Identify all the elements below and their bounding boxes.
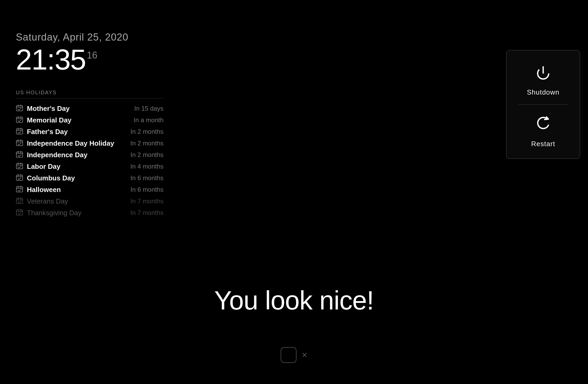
svg-rect-16 — [16, 152, 23, 157]
calendar-icon — [16, 174, 23, 182]
svg-rect-0 — [16, 106, 23, 111]
svg-rect-20 — [16, 164, 23, 169]
svg-rect-24 — [16, 175, 23, 180]
holiday-name: Veterans Day — [27, 197, 68, 205]
time-label: 21:35 — [16, 45, 86, 74]
svg-rect-36 — [16, 210, 23, 215]
holiday-row: Independence DayIn 2 months — [16, 149, 163, 161]
date-label: Saturday, April 25, 2020 — [16, 32, 128, 43]
bottom-square-icon — [281, 347, 296, 363]
holiday-row: HalloweenIn 6 months — [16, 184, 163, 195]
holiday-time: In 6 months — [121, 186, 163, 193]
seconds-label: 16 — [87, 50, 97, 61]
datetime-section: Saturday, April 25, 2020 21:35 16 — [16, 32, 128, 74]
holiday-time: In 2 months — [121, 151, 163, 159]
holiday-time: In 7 months — [121, 198, 163, 205]
holiday-time: In a month — [121, 116, 163, 124]
holiday-name: Thanksgiving Day — [27, 209, 81, 217]
holiday-name: Columbus Day — [27, 174, 75, 182]
holiday-row: Labor DayIn 4 months — [16, 161, 163, 172]
holiday-name: Mother's Day — [27, 105, 70, 113]
holiday-time: In 4 months — [121, 163, 163, 170]
svg-rect-12 — [16, 140, 23, 146]
calendar-icon — [16, 127, 23, 136]
calendar-icon — [16, 162, 23, 171]
holiday-row: Independence Day HolidayIn 2 months — [16, 137, 163, 149]
holiday-time: In 2 months — [121, 140, 163, 147]
holiday-name: Labor Day — [27, 163, 60, 171]
calendar-icon — [16, 185, 23, 194]
restart-label: Restart — [531, 140, 555, 148]
holiday-time: In 2 months — [121, 128, 163, 135]
holiday-row: Mother's DayIn 15 days — [16, 103, 163, 114]
holiday-time: In 15 days — [121, 105, 163, 112]
holiday-row: Father's DayIn 2 months — [16, 126, 163, 137]
holiday-name: Memorial Day — [27, 116, 71, 124]
holiday-name: Independence Day Holiday — [27, 139, 114, 147]
calendar-icon — [16, 151, 23, 159]
restart-button[interactable]: Restart — [512, 105, 575, 148]
svg-rect-8 — [16, 129, 23, 134]
svg-rect-4 — [16, 117, 23, 122]
bottom-icons: × — [281, 347, 307, 363]
calendar-icon — [16, 116, 23, 124]
shutdown-label: Shutdown — [527, 88, 560, 96]
svg-rect-28 — [16, 187, 23, 192]
calendar-icon — [16, 209, 23, 217]
holiday-row: Columbus DayIn 6 months — [16, 172, 163, 184]
calendar-icon — [16, 104, 23, 113]
holiday-row: Thanksgiving DayIn 7 months — [16, 207, 163, 219]
restart-icon — [531, 112, 555, 136]
holiday-name: Independence Day — [27, 151, 88, 159]
calendar-icon — [16, 197, 23, 205]
holiday-name: Father's Day — [27, 128, 68, 136]
holidays-list: Mother's DayIn 15 days Memorial DayIn a … — [16, 103, 163, 219]
calendar-icon — [16, 139, 23, 147]
close-x-icon: × — [302, 349, 307, 361]
holiday-name: Halloween — [27, 186, 61, 194]
holiday-row: Memorial DayIn a month — [16, 114, 163, 126]
holiday-row: Veterans DayIn 7 months — [16, 195, 163, 207]
holidays-title: US HOLIDAYS — [16, 90, 163, 99]
compliment-section: You look nice! — [214, 285, 374, 316]
time-wrapper: 21:35 16 — [16, 45, 128, 74]
power-panel: Shutdown Restart — [506, 50, 580, 159]
shutdown-button[interactable]: Shutdown — [512, 61, 575, 104]
power-icon — [531, 61, 555, 85]
holiday-time: In 7 months — [121, 209, 163, 216]
svg-rect-32 — [16, 198, 23, 204]
holidays-section: US HOLIDAYS Mother's DayIn 15 days Memor… — [16, 90, 163, 219]
compliment-text: You look nice! — [214, 285, 374, 315]
holiday-time: In 6 months — [121, 174, 163, 182]
